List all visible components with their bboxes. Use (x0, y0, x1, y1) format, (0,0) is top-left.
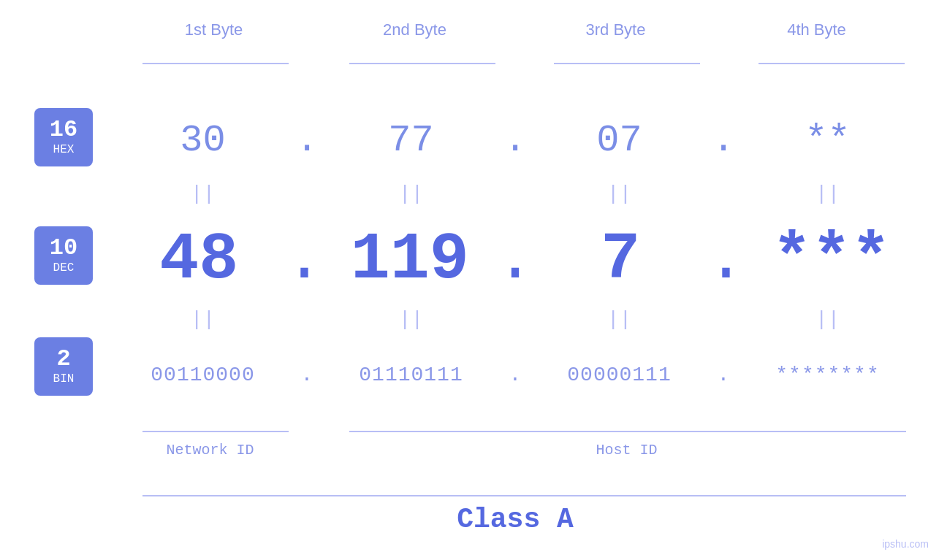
dec-badge-number: 10 (50, 237, 77, 260)
hex-values-row: 30 . 77 . 07 . ** (113, 119, 917, 162)
equals-dec-row: || || || || (113, 308, 917, 331)
dec-byte4: *** (746, 223, 917, 297)
dec-dot1: . (284, 223, 324, 297)
byte3-label: 3rd Byte (515, 20, 716, 39)
dec-dot3: . (706, 223, 745, 297)
hex-byte2: 77 (322, 119, 501, 162)
equals-dec-4: || (738, 308, 917, 331)
bracket-byte1 (142, 63, 289, 64)
bracket-network-id (142, 431, 289, 432)
equals-hex-row: || || || || (113, 183, 917, 205)
hex-dot2: . (501, 119, 530, 162)
equals-hex-2: || (322, 183, 501, 205)
hex-dot1: . (292, 119, 322, 162)
dec-byte1: 48 (113, 223, 284, 297)
segment-labels-row: Network ID Host ID (113, 442, 917, 459)
bin-dot2: . (501, 364, 530, 386)
byte4-label: 4th Byte (716, 20, 917, 39)
hex-byte3: 07 (530, 119, 709, 162)
bracket-byte3 (554, 63, 700, 64)
bin-byte1: 00110000 (113, 364, 292, 386)
dec-byte2: 119 (324, 223, 495, 297)
bracket-byte2 (349, 63, 495, 64)
page: 1st Byte 2nd Byte 3rd Byte 4th Byte 16 H… (0, 0, 939, 560)
hex-byte4: ** (738, 119, 917, 162)
hex-byte1: 30 (113, 119, 292, 162)
byte2-label: 2nd Byte (314, 20, 515, 39)
bracket-byte4 (759, 63, 905, 64)
bin-byte3: 00000111 (530, 364, 709, 386)
dec-byte3: 7 (535, 223, 706, 297)
bottom-divider-line (142, 495, 906, 496)
bracket-host-id (349, 431, 906, 432)
hex-dot3: . (709, 119, 738, 162)
equals-dec-3: || (530, 308, 709, 331)
class-label: Class A (457, 504, 574, 535)
hex-badge-number: 16 (50, 118, 77, 142)
watermark: ipshu.com (882, 538, 929, 550)
equals-hex-3: || (530, 183, 709, 205)
byte1-label: 1st Byte (113, 20, 314, 39)
bin-badge-text: BIN (53, 372, 75, 386)
bin-values-row: 00110000 . 01110111 . 00000111 . *******… (113, 364, 917, 386)
bin-dot1: . (292, 364, 322, 386)
seg-spacer1 (307, 442, 336, 459)
dec-badge-text: DEC (53, 261, 75, 275)
equals-dec-1: || (113, 308, 292, 331)
header-row: 1st Byte 2nd Byte 3rd Byte 4th Byte (113, 20, 917, 39)
equals-hex-4: || (738, 183, 917, 205)
bin-byte2: 01110111 (322, 364, 501, 386)
network-id-label: Network ID (113, 442, 307, 459)
hex-badge-text: HEX (53, 143, 75, 156)
dec-values-row: 48 . 119 . 7 . *** (113, 223, 917, 297)
bin-badge-number: 2 (56, 348, 70, 371)
equals-hex-1: || (113, 183, 292, 205)
hex-badge: 16 HEX (34, 108, 93, 166)
equals-dec-2: || (322, 308, 501, 331)
host-id-label: Host ID (336, 442, 917, 459)
class-row: Class A (113, 504, 917, 535)
dec-badge: 10 DEC (34, 226, 93, 285)
bin-byte4: ******** (738, 364, 917, 386)
bin-dot3: . (709, 364, 738, 386)
dec-dot2: . (495, 223, 535, 297)
bin-badge: 2 BIN (34, 337, 93, 396)
